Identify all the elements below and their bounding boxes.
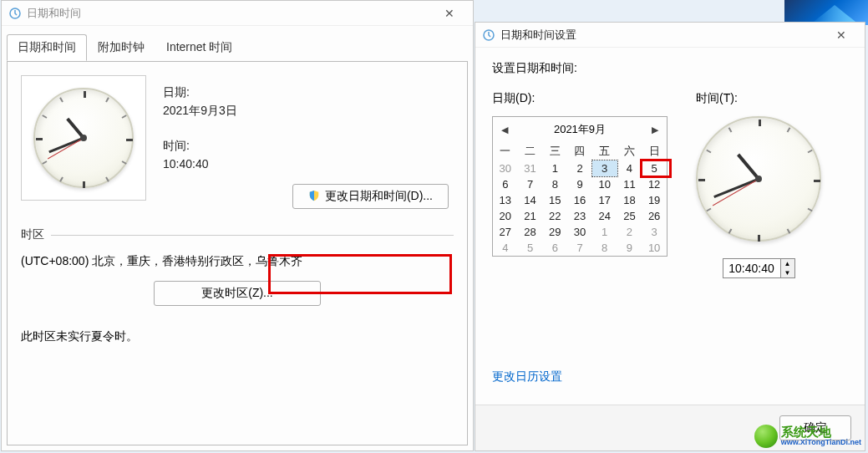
calendar-day[interactable]: 9 [617, 240, 642, 256]
calendar-dow: 一 [493, 142, 518, 160]
tab-datetime[interactable]: 日期和时间 [7, 34, 87, 61]
timezone-header: 时区 [21, 227, 44, 242]
globe-icon [754, 425, 778, 448]
calendar-day[interactable]: 17 [592, 192, 617, 208]
calendar-day[interactable]: 14 [518, 192, 543, 208]
calendar-day[interactable]: 23 [567, 208, 592, 224]
calendar-day[interactable]: 2 [617, 224, 642, 240]
calendar-day[interactable]: 11 [617, 176, 642, 192]
calendar-day[interactable]: 30 [567, 224, 592, 240]
time-spinner[interactable]: ▲ ▼ [781, 258, 795, 278]
time-label: 时间: [163, 139, 454, 154]
clock-app-icon [8, 7, 22, 20]
date-field-label: 日期(D): [492, 91, 667, 106]
calendar-day[interactable]: 3 [592, 160, 617, 176]
calendar-day[interactable]: 27 [493, 224, 518, 240]
calendar-day[interactable]: 29 [542, 224, 567, 240]
clock-center [80, 135, 87, 141]
calendar-day[interactable]: 31 [518, 160, 543, 176]
calendar-day[interactable]: 1 [542, 160, 567, 176]
calendar-dow: 六 [617, 142, 642, 160]
watermark-line2: www.XiTongTianDi.net [781, 439, 861, 447]
calendar-day[interactable]: 28 [518, 224, 543, 240]
calendar-day[interactable]: 19 [642, 192, 667, 208]
second-hand [712, 179, 759, 206]
watermark: 系统天地 www.XiTongTianDi.net [754, 425, 861, 448]
shield-icon [308, 190, 320, 204]
calendar-day[interactable]: 18 [617, 192, 642, 208]
clock-center [755, 176, 762, 182]
calendar-dow: 四 [567, 142, 592, 160]
timezone-value: (UTC+08:00) 北京，重庆，香港特别行政区，乌鲁木齐 [21, 254, 454, 269]
dst-note: 此时区未实行夏令时。 [21, 329, 454, 344]
calendar-day[interactable]: 20 [493, 208, 518, 224]
minute-hand [713, 178, 759, 199]
calendar: ◀ 2021年9月 ▶ 一二三四五六日 30311234567891011121… [492, 116, 667, 257]
calendar-day[interactable]: 10 [592, 176, 617, 192]
window-title: 日期和时间 [27, 6, 81, 21]
tab-internet-time[interactable]: Internet 时间 [155, 34, 243, 61]
dialog-titlebar[interactable]: 日期和时间设置 ✕ [475, 23, 865, 48]
calendar-dow: 三 [542, 142, 567, 160]
next-month-button[interactable]: ▶ [648, 123, 662, 136]
calendar-month-year[interactable]: 2021年9月 [554, 122, 606, 137]
watermark-line1: 系统天地 [781, 425, 861, 440]
calendar-day[interactable]: 12 [642, 176, 667, 192]
calendar-day[interactable]: 1 [592, 224, 617, 240]
calendar-day[interactable]: 22 [542, 208, 567, 224]
calendar-dow: 日 [642, 142, 667, 160]
calendar-day[interactable]: 8 [592, 240, 617, 256]
calendar-day[interactable]: 21 [518, 208, 543, 224]
change-datetime-label: 更改日期和时间(D)... [325, 189, 433, 204]
calendar-day[interactable]: 13 [493, 192, 518, 208]
change-calendar-settings-link[interactable]: 更改日历设置 [492, 369, 848, 384]
tab-panel: 日期: 2021年9月3日 时间: 10:40:40 更改日期和时间(D)...… [7, 61, 468, 445]
calendar-day[interactable]: 15 [542, 192, 567, 208]
clock-preview [21, 75, 146, 201]
close-button[interactable]: ✕ [433, 1, 466, 25]
calendar-day[interactable]: 6 [542, 240, 567, 256]
calendar-day[interactable]: 5 [518, 240, 543, 256]
tab-strip: 日期和时间 附加时钟 Internet 时间 [2, 31, 473, 61]
time-input[interactable] [723, 258, 781, 278]
calendar-day[interactable]: 30 [493, 160, 518, 176]
clock-app-icon [482, 28, 495, 42]
date-value: 2021年9月3日 [163, 104, 454, 119]
divider [51, 235, 454, 236]
calendar-dow: 二 [518, 142, 543, 160]
spinner-down[interactable]: ▼ [781, 268, 794, 277]
analog-clock-large [696, 116, 821, 242]
calendar-day[interactable]: 24 [592, 208, 617, 224]
change-datetime-button[interactable]: 更改日期和时间(D)... [292, 184, 449, 209]
change-timezone-label: 更改时区(Z)... [201, 286, 273, 301]
change-timezone-button[interactable]: 更改时区(Z)... [154, 281, 321, 306]
calendar-day[interactable]: 10 [642, 240, 667, 256]
tab-additional-clocks[interactable]: 附加时钟 [87, 34, 155, 61]
calendar-day[interactable]: 9 [567, 176, 592, 192]
calendar-day[interactable]: 26 [642, 208, 667, 224]
calendar-day[interactable]: 8 [542, 176, 567, 192]
calendar-day[interactable]: 3 [642, 224, 667, 240]
calendar-day[interactable]: 7 [518, 176, 543, 192]
titlebar[interactable]: 日期和时间 ✕ [2, 1, 473, 26]
calendar-day[interactable]: 4 [617, 160, 642, 176]
calendar-day[interactable]: 6 [493, 176, 518, 192]
calendar-day[interactable]: 16 [567, 192, 592, 208]
prev-month-button[interactable]: ◀ [498, 123, 511, 136]
spinner-up[interactable]: ▲ [781, 259, 794, 268]
calendar-day[interactable]: 4 [493, 240, 518, 256]
dialog-title: 日期和时间设置 [500, 28, 576, 43]
close-button[interactable]: ✕ [825, 23, 858, 47]
datetime-window: 日期和时间 ✕ 日期和时间 附加时钟 Internet 时间 日期: 2021年… [1, 0, 474, 451]
datetime-settings-dialog: 日期和时间设置 ✕ 设置日期和时间: 日期(D): ◀ 2021年9月 ▶ 一二… [475, 22, 865, 451]
analog-clock [33, 88, 134, 188]
dialog-prompt: 设置日期和时间: [492, 61, 848, 76]
calendar-dow: 五 [592, 142, 617, 160]
calendar-day[interactable]: 5 [642, 160, 667, 176]
calendar-day[interactable]: 2 [567, 160, 592, 176]
calendar-day[interactable]: 25 [617, 208, 642, 224]
calendar-day[interactable]: 7 [567, 240, 592, 256]
time-field-label: 时间(T): [696, 91, 738, 106]
time-value: 10:40:40 [163, 157, 454, 171]
date-label: 日期: [163, 85, 454, 100]
